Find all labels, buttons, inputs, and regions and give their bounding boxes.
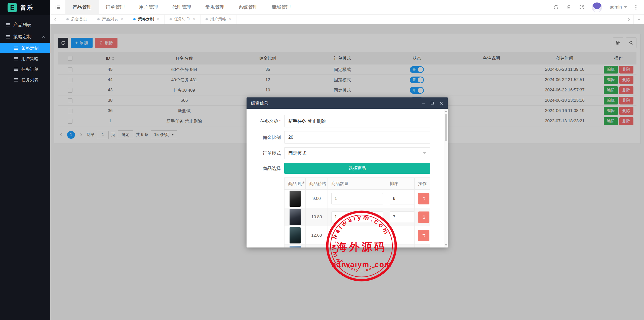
pcol-image: 商品图片	[285, 178, 306, 190]
tab-home[interactable]: 后台首页	[61, 15, 92, 24]
brand-name: 音乐	[20, 4, 33, 12]
username: admin	[610, 5, 622, 10]
quantity-input[interactable]	[331, 230, 383, 241]
topnav-item-product[interactable]: 产品管理	[65, 0, 99, 14]
product-row: 18.00	[285, 245, 430, 248]
tab-product-list[interactable]: 产品列表 ×	[92, 15, 128, 24]
topbar-actions: admin	[553, 0, 644, 14]
trash-icon[interactable]	[566, 5, 572, 10]
topnav-item-system[interactable]: 系统管理	[231, 0, 265, 14]
tab-dot	[206, 18, 208, 20]
user-menu[interactable]: admin	[610, 5, 627, 10]
tab-strategy-custom[interactable]: 策略定制 ×	[128, 15, 164, 24]
task-name-label: 任务名称*	[251, 118, 281, 124]
tab-close-icon[interactable]: ×	[121, 17, 123, 22]
modal-scrollbar[interactable]	[444, 109, 448, 247]
user-avatar[interactable]	[592, 2, 602, 12]
tabbar: 后台首页 产品列表 × 策略定制 × 任务订单 × 用户策略 ×	[50, 15, 644, 24]
sidebar-item-product-list[interactable]: 产品列表	[0, 19, 50, 31]
sidebar-item-strategy-custom[interactable]: 策略定制	[0, 43, 50, 53]
tab-menu-icon[interactable]	[633, 15, 644, 24]
product-header-row: 商品图片 商品价格 商品数量 排序 操作	[285, 178, 430, 190]
chevron-up-icon	[42, 36, 45, 39]
chevron-down-icon	[423, 152, 426, 154]
app-logo: E 音乐	[0, 0, 50, 15]
tab-close-icon[interactable]: ×	[229, 17, 231, 22]
refresh-icon[interactable]	[553, 5, 559, 10]
topnav-item-user[interactable]: 用户管理	[132, 0, 165, 14]
order-mode-select[interactable]: 固定模式	[284, 147, 430, 159]
sidebar-item-task-list[interactable]: 任务列表	[0, 75, 50, 85]
fullscreen-icon[interactable]	[579, 5, 584, 10]
task-name-input[interactable]	[284, 115, 430, 127]
tab-close-icon[interactable]: ×	[193, 17, 195, 22]
sidebar-item-user-strategy[interactable]: 用户策略	[0, 53, 50, 64]
sidebar-item-label: 策略定制	[21, 45, 38, 51]
remove-product-button[interactable]	[418, 193, 429, 204]
product-image	[290, 191, 301, 207]
pcol-qty: 商品数量	[328, 178, 386, 190]
close-icon[interactable]	[439, 101, 443, 105]
remove-product-button[interactable]	[418, 230, 429, 241]
product-image	[290, 227, 301, 243]
tab-label: 后台首页	[71, 17, 87, 22]
topnav-item-mall[interactable]: 商城管理	[265, 0, 298, 14]
list-icon	[14, 57, 18, 60]
product-table: 商品图片 商品价格 商品数量 排序 操作 9.00	[284, 177, 430, 247]
commission-input[interactable]	[284, 131, 430, 144]
product-select-label: 商品选择	[251, 165, 281, 171]
list-icon	[14, 47, 18, 50]
select-product-button[interactable]: 选择商品	[284, 163, 430, 174]
sort-input[interactable]	[390, 193, 414, 204]
pcol-sort: 排序	[386, 178, 415, 190]
tab-scroll-left[interactable]	[50, 15, 61, 24]
scroll-down-icon[interactable]	[445, 244, 447, 246]
list-icon	[6, 23, 10, 26]
scrollbar-thumb[interactable]	[445, 114, 447, 141]
modal-body: 任务名称* 佣金比例 订单模式 固定模式 商品选择 选择商品	[247, 109, 448, 247]
modal-window-controls	[421, 101, 443, 105]
tab-tools	[623, 15, 644, 24]
topnav-item-order[interactable]: 订单管理	[99, 0, 132, 14]
edit-modal: 编辑信息 任务名称* 佣金比例 订单模式 固定模式	[247, 97, 448, 247]
topbar: 产品管理 订单管理 用户管理 代理管理 常规管理 系统管理 商城管理 admin	[50, 0, 644, 15]
product-image	[290, 246, 301, 247]
quantity-input[interactable]	[331, 211, 383, 223]
modal-title: 编辑信息	[251, 100, 268, 106]
remove-product-button[interactable]	[418, 211, 429, 223]
minimize-icon[interactable]	[421, 101, 425, 105]
sort-input[interactable]	[390, 211, 414, 223]
product-table-wrap: 商品图片 商品价格 商品数量 排序 操作 9.00	[247, 177, 448, 247]
form-row-product-select: 商品选择 选择商品	[247, 163, 448, 174]
more-menu-icon[interactable]	[634, 4, 637, 11]
scroll-up-icon[interactable]	[445, 110, 447, 112]
list-icon	[14, 78, 18, 82]
tab-label: 产品列表	[102, 17, 118, 22]
tab-task-order[interactable]: 任务订单 ×	[165, 15, 200, 24]
product-price: 10.80	[306, 208, 328, 226]
form-row-task-name: 任务名称*	[247, 115, 448, 127]
mode-label: 订单模式	[251, 150, 281, 156]
topnav-item-general[interactable]: 常规管理	[198, 0, 231, 14]
quantity-input[interactable]	[331, 193, 383, 204]
product-price: 9.00	[306, 190, 328, 208]
tab-label: 用户策略	[210, 17, 226, 22]
product-row: 9.00	[285, 190, 430, 208]
topnav-item-agent[interactable]: 代理管理	[165, 0, 198, 14]
product-row: 12.60	[285, 226, 430, 245]
tab-user-strategy[interactable]: 用户策略 ×	[200, 15, 236, 24]
maximize-icon[interactable]	[430, 101, 434, 105]
trash-icon	[422, 233, 426, 237]
sort-input[interactable]	[390, 230, 414, 241]
tab-dot	[133, 18, 136, 20]
sidebar-item-task-order[interactable]: 任务订单	[0, 64, 50, 75]
sidebar-collapse-icon[interactable]	[50, 0, 65, 14]
list-icon	[14, 68, 18, 71]
required-mark: *	[279, 119, 281, 124]
tab-scroll-right[interactable]	[623, 15, 633, 24]
product-price: 18.00	[306, 245, 328, 248]
tab-close-icon[interactable]: ×	[157, 17, 159, 22]
sidebar-item-strategy-group[interactable]: 策略定制	[0, 31, 50, 43]
sidebar: E 音乐 产品列表 策略定制 策略定制 用户策略 任务	[0, 0, 50, 320]
logo-icon: E	[8, 3, 17, 12]
